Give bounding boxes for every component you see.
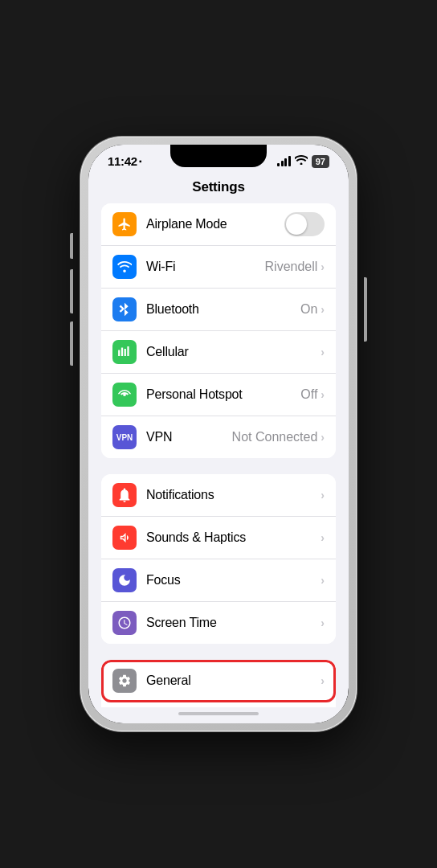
sounds-chevron: › — [321, 531, 325, 544]
wifi-chevron: › — [321, 260, 325, 273]
vpn-row[interactable]: VPN VPN Not Connected › — [101, 416, 336, 458]
general-label: General — [146, 674, 321, 688]
focus-icon — [112, 568, 137, 592]
sounds-row[interactable]: Sounds & Haptics › — [101, 517, 336, 559]
notifications-row[interactable]: Notifications › — [101, 474, 336, 517]
signal-icon — [277, 156, 291, 166]
phone-screen: 11:42 ▪ — [88, 145, 349, 723]
bluetooth-label: Bluetooth — [146, 302, 300, 317]
screen-time-row[interactable]: Screen Time › — [101, 602, 336, 644]
bluetooth-row[interactable]: Bluetooth On › — [101, 289, 336, 331]
bluetooth-chevron: › — [321, 303, 325, 316]
cellular-chevron: › — [321, 346, 325, 358]
airplane-mode-row[interactable]: Airplane Mode — [101, 203, 336, 246]
wifi-label: Wi-Fi — [146, 260, 265, 274]
airplane-mode-label: Airplane Mode — [146, 217, 284, 231]
mute-button[interactable] — [70, 233, 73, 259]
hotspot-row[interactable]: Personal Hotspot Off › — [101, 374, 336, 416]
wifi-value: Rivendell — [265, 260, 318, 274]
sounds-icon — [112, 526, 137, 550]
status-icons: 97 — [277, 155, 329, 168]
wifi-status-icon — [295, 155, 308, 167]
settings-scroll[interactable]: Airplane Mode — [88, 203, 349, 707]
phone-frame: 11:42 ▪ — [80, 137, 357, 731]
notifications-chevron: › — [321, 489, 325, 502]
screen-time-label: Screen Time — [146, 616, 321, 630]
battery-indicator: 97 — [312, 155, 329, 168]
focus-chevron: › — [321, 574, 325, 587]
volume-down-button[interactable] — [70, 321, 73, 366]
general-chevron: › — [321, 674, 325, 687]
vpn-chevron: › — [321, 431, 325, 444]
bluetooth-icon — [112, 297, 137, 321]
screen-content: 11:42 ▪ — [88, 145, 349, 723]
status-time: 11:42 — [108, 154, 137, 168]
screen-time-chevron: › — [321, 616, 325, 629]
general-row[interactable]: General › — [101, 660, 336, 702]
bluetooth-value: On — [300, 302, 317, 317]
power-button[interactable] — [364, 277, 367, 342]
cellular-label: Cellular — [146, 345, 321, 359]
connectivity-group: Airplane Mode — [101, 203, 336, 458]
page-header: Settings — [88, 173, 349, 203]
screen-recording-icon: ▪ — [139, 157, 142, 166]
hotspot-icon — [112, 383, 137, 407]
hotspot-chevron: › — [321, 388, 325, 401]
sounds-label: Sounds & Haptics — [146, 530, 321, 545]
vpn-value: Not Connected — [232, 430, 318, 444]
volume-up-button[interactable] — [70, 269, 73, 313]
focus-label: Focus — [146, 573, 321, 588]
notch — [170, 145, 267, 167]
cellular-row[interactable]: Cellular › — [101, 331, 336, 374]
notifications-label: Notifications — [146, 488, 321, 502]
airplane-mode-toggle[interactable] — [284, 212, 325, 236]
airplane-mode-icon — [112, 212, 137, 236]
vpn-icon: VPN — [112, 425, 137, 449]
hotspot-value: Off — [300, 387, 317, 402]
wifi-icon — [112, 255, 137, 279]
system-group: General › Control — [101, 660, 336, 707]
wifi-row[interactable]: Wi-Fi Rivendell › — [101, 246, 336, 289]
general-icon — [112, 669, 137, 693]
notifications-group: Notifications › Sounds & Haptics › — [101, 474, 336, 644]
notifications-icon — [112, 483, 137, 507]
toggle-knob — [286, 214, 307, 235]
battery-level: 97 — [316, 157, 325, 166]
focus-row[interactable]: Focus › — [101, 559, 336, 602]
screen-time-icon — [112, 611, 137, 635]
home-bar — [178, 712, 259, 715]
cellular-icon — [112, 340, 137, 364]
vpn-label: VPN — [146, 430, 232, 444]
hotspot-label: Personal Hotspot — [146, 387, 300, 402]
home-indicator — [88, 707, 349, 723]
page-title: Settings — [101, 179, 336, 195]
